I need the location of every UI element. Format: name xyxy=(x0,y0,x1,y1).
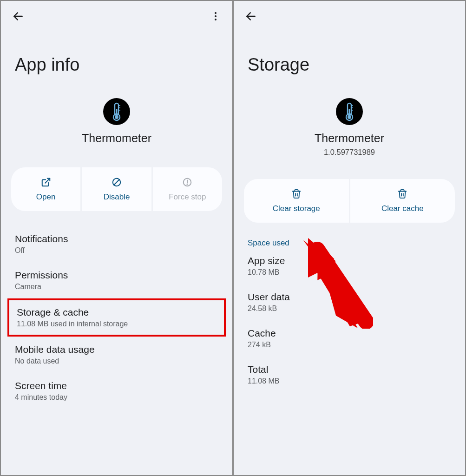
storage-button-row: Clear storage Clear cache xyxy=(244,179,455,223)
page-title: Storage xyxy=(234,27,465,89)
open-icon xyxy=(41,177,51,188)
settings-list: Notifications Off Permissions Camera Sto… xyxy=(1,222,232,413)
storage-stats: App size 10.78 MB User data 24.58 kB Cac… xyxy=(234,248,465,393)
app-header: Thermometer 1.0.597731989 xyxy=(234,89,465,165)
total-item: Total 11.08 MB xyxy=(234,357,465,393)
clear-storage-button[interactable]: Clear storage xyxy=(244,179,349,223)
svg-point-6 xyxy=(115,115,118,119)
app-icon xyxy=(336,98,363,125)
force-stop-label: Force stop xyxy=(169,192,206,202)
app-info-screen: App info Thermometer Open xyxy=(1,1,232,475)
svg-point-3 xyxy=(215,19,217,20)
notifications-item[interactable]: Notifications Off xyxy=(1,226,232,262)
action-button-row: Open Disable Force stop xyxy=(11,167,222,211)
app-name: Thermometer xyxy=(315,132,384,145)
space-used-label: Space used xyxy=(234,234,465,248)
topbar xyxy=(234,1,465,27)
svg-point-20 xyxy=(348,115,351,119)
svg-point-1 xyxy=(215,12,217,14)
force-stop-button[interactable]: Force stop xyxy=(153,167,222,211)
mobile-data-item[interactable]: Mobile data usage No data used xyxy=(1,337,232,373)
disable-label: Disable xyxy=(104,192,130,202)
svg-line-11 xyxy=(45,178,50,183)
cache-item: Cache 274 kB xyxy=(234,320,465,357)
app-icon xyxy=(103,98,130,125)
storage-screen: Storage Thermometer 1.0.597731989 Clear … xyxy=(234,1,465,475)
app-size-item: App size 10.78 MB xyxy=(234,248,465,284)
trash-icon xyxy=(397,188,407,199)
svg-point-16 xyxy=(187,184,188,185)
topbar xyxy=(1,1,232,27)
permissions-item[interactable]: Permissions Camera xyxy=(1,262,232,298)
app-version: 1.0.597731989 xyxy=(324,148,375,157)
app-name: Thermometer xyxy=(82,132,151,145)
screen-time-item[interactable]: Screen time 4 minutes today xyxy=(1,373,232,409)
back-icon[interactable] xyxy=(12,10,24,22)
page-title: App info xyxy=(1,27,232,89)
svg-point-2 xyxy=(215,15,217,17)
disable-button[interactable]: Disable xyxy=(82,167,151,211)
more-icon[interactable] xyxy=(210,11,221,22)
app-header: Thermometer xyxy=(1,89,232,153)
open-button[interactable]: Open xyxy=(11,167,80,211)
clear-storage-label: Clear storage xyxy=(273,204,320,213)
clear-cache-label: Clear cache xyxy=(381,204,424,213)
svg-line-13 xyxy=(114,179,119,185)
disable-icon xyxy=(112,177,122,188)
trash-icon xyxy=(291,188,302,199)
force-stop-icon xyxy=(182,177,192,188)
clear-cache-button[interactable]: Clear cache xyxy=(350,179,455,223)
user-data-item: User data 24.58 kB xyxy=(234,284,465,320)
open-label: Open xyxy=(36,192,56,202)
storage-cache-item[interactable]: Storage & cache 11.08 MB used in interna… xyxy=(7,298,226,337)
back-icon[interactable] xyxy=(245,10,257,22)
